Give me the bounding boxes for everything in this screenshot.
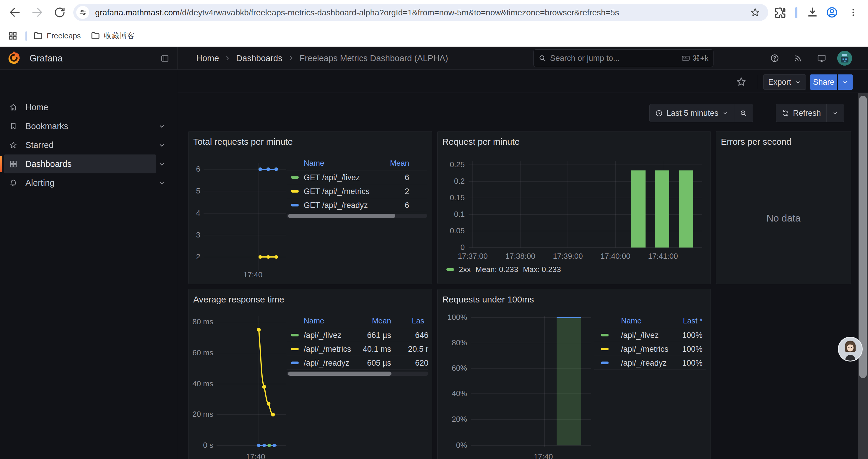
sidebar-item-home[interactable]: Home (0, 98, 177, 117)
legend-row[interactable]: GET /api/_/metrics2 (286, 184, 427, 198)
refresh-icon (781, 109, 789, 117)
y-axis-tick: 0 s (188, 441, 213, 450)
legend-scrollbar-thumb[interactable] (288, 214, 395, 218)
page-scrollbar[interactable] (858, 93, 868, 459)
sidebar-item-bookmarks[interactable]: Bookmarks (0, 117, 177, 136)
url-text[interactable]: grafana.mathmast.com/d/deytv4rwavabkb/fr… (95, 8, 619, 18)
legend-row[interactable]: /api/_/metrics100% (594, 342, 706, 356)
chevron-down-icon (722, 110, 728, 117)
sidebar-item-label: Starred (25, 136, 54, 155)
sidebar-item-alerting[interactable]: Alerting (0, 173, 177, 192)
folder-icon (33, 31, 43, 41)
legend-row[interactable]: /api/_/readyz605 µs620 (286, 356, 428, 369)
legend-header-col3[interactable]: Las (412, 316, 424, 326)
x-axis-tick: 17:40 (226, 270, 279, 280)
sidebar-item-label: Bookmarks (25, 117, 68, 136)
floating-assistant-avatar[interactable] (838, 337, 863, 362)
forward-icon[interactable] (31, 6, 44, 19)
panel-toggle-icon[interactable] (160, 54, 169, 63)
refresh-button[interactable]: Refresh (776, 104, 826, 122)
y-axis-tick: 40 ms (188, 379, 213, 388)
star-icon (9, 140, 18, 150)
legend-row[interactable]: /api/_/livez661 µs646 (286, 328, 428, 342)
time-range-picker[interactable]: Last 5 minutes (650, 104, 734, 122)
bookmark-folder-blogs[interactable]: 收藏博客 (90, 30, 135, 41)
apps-grid-icon[interactable] (8, 30, 18, 41)
legend-row[interactable]: /api/_/metrics40.1 ms20.5 r (286, 342, 428, 356)
legend-mean: Mean: 0.233 (475, 265, 518, 274)
y-axis-tick: 0.2 (437, 177, 465, 186)
legend-header-name[interactable]: Name (304, 316, 324, 326)
legend-header-col2[interactable]: Mean (344, 159, 409, 168)
legend-max: Max: 0.233 (523, 265, 561, 274)
legend-series-name[interactable]: 2xx (459, 265, 471, 274)
legend-row[interactable]: /api/_/readyz100% (594, 356, 706, 369)
breadcrumb-chevron-icon (224, 54, 231, 62)
breadcrumb-item[interactable]: Dashboards (236, 54, 282, 63)
legend-row[interactable]: GET /api/_/readyz6 (286, 198, 427, 212)
export-button[interactable]: Export (764, 74, 806, 90)
legend-value-last: 646 (369, 331, 428, 340)
download-icon[interactable] (806, 6, 819, 19)
search-input[interactable]: Search or jump to... ⌘+k (533, 49, 713, 67)
sidebar-item-dashboards[interactable]: Dashboards (0, 155, 177, 173)
sidebar-item-starred[interactable]: Starred (0, 136, 177, 155)
favorite-star-icon[interactable] (736, 76, 747, 88)
refresh-interval-button[interactable] (826, 104, 844, 122)
bookmark-folder-freeleaps[interactable]: Freeleaps (33, 30, 81, 41)
legend-scrollbar-thumb[interactable] (288, 371, 392, 376)
zoom-out-button[interactable] (734, 104, 753, 122)
bookmark-star-icon[interactable] (750, 7, 761, 18)
keyboard-icon (681, 54, 690, 63)
series-color-dash (291, 190, 299, 193)
legend-value: 100% (638, 331, 703, 340)
legend-row[interactable]: /api/_/livez100% (594, 328, 706, 342)
grafana-app: Grafana HomeDashboardsFreeleaps Metrics … (0, 47, 868, 459)
y-axis-tick: 2 (188, 252, 200, 261)
url-bar[interactable]: grafana.mathmast.com/d/deytv4rwavabkb/fr… (73, 4, 768, 21)
site-info-icon[interactable] (76, 6, 89, 19)
legend-header-col2[interactable]: Last * (638, 316, 703, 326)
legend-value: 6 (344, 173, 409, 182)
y-axis-tick: 4 (188, 208, 200, 218)
breadcrumb-item[interactable]: Home (196, 54, 219, 63)
share-menu-button[interactable] (838, 74, 852, 90)
legend-value: 2 (344, 187, 409, 196)
news-rss-icon[interactable] (793, 54, 803, 63)
time-controls: Last 5 minutes (649, 104, 753, 122)
sidebar-nav: HomeBookmarksStarredDashboardsAlerting (0, 70, 177, 459)
y-axis-tick: 0% (437, 441, 467, 450)
extensions-icon[interactable] (773, 6, 786, 19)
chevron-down-icon[interactable] (158, 122, 166, 130)
brand-title[interactable]: Grafana (30, 53, 63, 64)
menu-kebab-icon[interactable] (848, 6, 858, 19)
grafana-logo[interactable] (6, 51, 21, 66)
chevron-down-icon[interactable] (158, 179, 166, 187)
y-axis-tick: 40% (437, 389, 467, 398)
x-axis-tick: 17:38:00 (494, 252, 547, 261)
profile-icon[interactable] (826, 6, 838, 19)
y-axis-tick: 6 (188, 165, 200, 174)
series-color-dash (291, 204, 299, 206)
back-icon[interactable] (8, 6, 21, 19)
y-axis-tick: 20% (437, 415, 467, 424)
y-axis-tick: 0.05 (437, 226, 465, 235)
chevron-down-icon[interactable] (158, 160, 166, 168)
header-divider (177, 47, 178, 70)
legend-header-col2[interactable]: Mean (326, 316, 391, 326)
scrollbar-thumb[interactable] (859, 96, 867, 378)
monitor-icon[interactable] (817, 54, 826, 63)
refresh-controls: Refresh (776, 104, 844, 122)
legend-value: 6 (344, 201, 409, 210)
user-avatar[interactable] (837, 51, 852, 66)
folder-icon (90, 31, 100, 41)
y-axis-tick: 60% (437, 364, 467, 373)
share-label: Share (813, 78, 834, 87)
share-button[interactable]: Share (810, 74, 837, 90)
sidebar-item-label: Home (25, 98, 48, 117)
reload-icon[interactable] (53, 6, 66, 19)
chevron-down-icon[interactable] (158, 141, 166, 149)
legend-row[interactable]: GET /api/_/livez6 (286, 170, 427, 184)
help-icon[interactable] (770, 54, 779, 63)
legend-header-name[interactable]: Name (304, 159, 324, 168)
